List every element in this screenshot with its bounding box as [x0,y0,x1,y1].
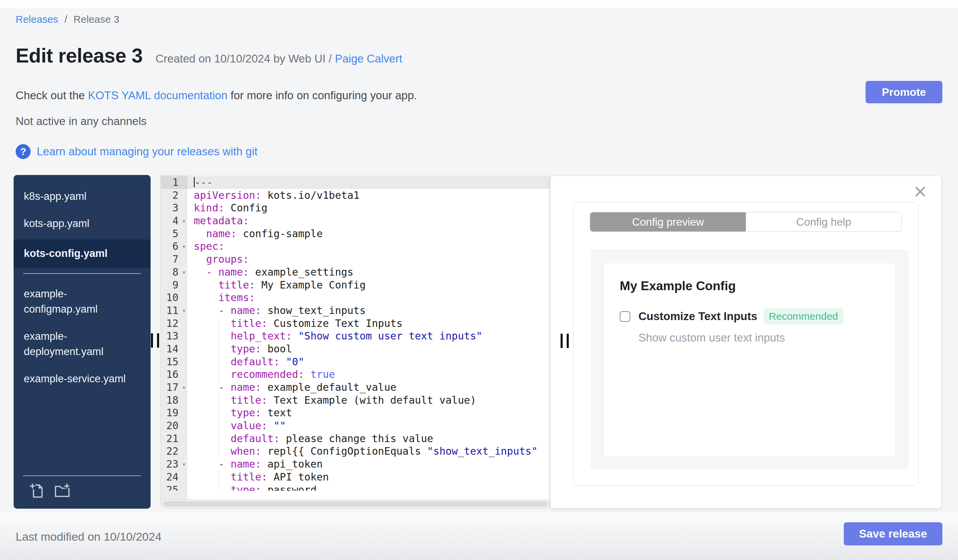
indent-guide [218,445,219,458]
line-number: 7 [161,253,187,266]
editor-line-17[interactable]: 17▾ - name: example_default_value [161,381,550,394]
line-code: --- [187,176,550,189]
promote-button[interactable]: Promote [866,81,942,103]
fold-arrow-icon[interactable]: ▾ [182,458,186,471]
line-code: name: config-sample [187,227,550,240]
line-code: when: repl{{ ConfigOptionEquals "show_te… [187,445,550,458]
editor-line-23[interactable]: 23▾ - name: api_token [161,458,550,471]
tab-config-preview[interactable]: Config preview [590,212,746,231]
editor-line-25[interactable]: 25 type: password [161,484,550,491]
line-code: type: bool [187,343,550,356]
line-number: 12 [161,317,187,330]
file-item-kots-app.yaml[interactable]: kots-app.yaml [14,212,151,235]
close-icon[interactable] [914,185,926,198]
top-strip [0,0,958,8]
editor-line-11[interactable]: 11▾ - name: show_text_inputs [161,304,550,317]
editor-line-21[interactable]: 21 default: please change this value [161,432,550,445]
editor-line-5[interactable]: 5 name: config-sample [161,227,550,240]
preview-viewport: My Example Config Customize Text Inputs … [590,250,909,469]
fold-arrow-icon[interactable]: ▾ [182,381,186,394]
file-item-kots-config.yaml[interactable]: kots-config.yaml [14,240,151,268]
breadcrumb-releases-link[interactable]: Releases [16,14,58,25]
fold-arrow-icon[interactable]: ▾ [182,215,186,228]
file-sidebar: k8s-app.yamlkots-app.yamlkots-config.yam… [14,175,151,509]
breadcrumb: Releases / Release 3 [16,14,119,25]
documentation-line: Check out the KOTS YAML documentation fo… [16,89,417,102]
line-code: spec: [187,240,550,253]
file-item-example-service.yaml[interactable]: example-service.yaml [14,368,151,391]
indent-guide [218,317,219,330]
question-mark-icon: ? [16,144,30,159]
editor-line-24[interactable]: 24 title: API token [161,471,550,484]
fold-arrow-icon[interactable]: ▾ [182,266,186,279]
recommended-badge: Recommended [763,308,844,324]
editor-line-14[interactable]: 14 type: bool [161,343,550,356]
editor-line-16[interactable]: 16 recommended: true [161,368,550,381]
indent-guide [218,419,219,433]
line-number: 2 [161,189,187,202]
save-release-button[interactable]: Save release [844,522,942,546]
tab-config-help[interactable]: Config help [746,212,902,231]
indent-guide [218,329,219,343]
editor-line-10[interactable]: 10 items: [161,291,550,304]
config-item-label: Customize Text Inputs [638,310,757,323]
editor-line-15[interactable]: 15 default: "0" [161,356,550,369]
editor-line-19[interactable]: 19 type: text [161,407,550,419]
fold-arrow-icon[interactable]: ▾ [182,240,186,253]
scrollbar-thumb[interactable] [163,501,548,507]
editor-line-3[interactable]: 3kind: Config [161,201,550,214]
file-item-example-configmap.yaml[interactable]: example-configmap.yaml [14,283,151,321]
file-item-example-deployment.yaml[interactable]: example-deployment.yaml [14,325,151,363]
editor-horizontal-scrollbar[interactable] [161,500,550,508]
indent-guide [218,355,219,369]
git-releases-link[interactable]: Learn about managing your releases with … [37,145,257,158]
kots-yaml-doc-link[interactable]: KOTS YAML documentation [88,89,227,101]
indent-guide [218,432,219,446]
editor-lines: 1---2apiVersion: kots.io/v1beta13kind: C… [161,176,550,491]
editor-line-13[interactable]: 13 help_text: "Show custom user text inp… [161,330,550,343]
line-number: 19 [161,407,187,419]
page-title: Edit release 3 [16,44,143,67]
file-item-k8s-app.yaml[interactable]: k8s-app.yaml [14,185,151,208]
new-file-icon[interactable] [29,482,46,500]
editor-line-18[interactable]: 18 title: Text Example (with default val… [161,394,550,407]
customize-text-inputs-checkbox[interactable] [620,311,630,322]
line-number: 6▾ [161,240,187,253]
line-number: 9 [161,278,187,291]
line-code: apiVersion: kots.io/v1beta1 [187,189,550,202]
doc-text-suffix: for more info on configuring your app. [227,89,417,101]
line-number: 22 [161,445,187,458]
editor-line-9[interactable]: 9 title: My Example Config [161,278,550,291]
yaml-editor[interactable]: 1---2apiVersion: kots.io/v1beta13kind: C… [160,175,550,509]
sidebar-footer [14,475,151,509]
line-code: - name: example_default_value [187,381,550,394]
line-code: default: "0" [187,356,550,369]
fold-arrow-icon[interactable]: ▾ [182,304,186,317]
editor-line-4[interactable]: 4▾metadata: [161,214,550,227]
file-list: k8s-app.yamlkots-app.yamlkots-config.yam… [14,185,151,391]
panel-resize-handle[interactable] [561,334,569,348]
editor-line-12[interactable]: 12 title: Customize Text Inputs [161,317,550,330]
editor-line-22[interactable]: 22 when: repl{{ ConfigOptionEquals "show… [161,445,550,458]
line-number: 18 [161,394,187,407]
created-info: Created on 10/10/2024 by Web UI / Paige … [155,52,402,65]
editor-line-2[interactable]: 2apiVersion: kots.io/v1beta1 [161,189,550,202]
sidebar-resize-handle[interactable] [151,333,159,348]
indent-guide [218,394,219,407]
line-number: 17▾ [161,381,187,394]
footer: Last modified on 10/10/2024 Save release [0,513,958,560]
breadcrumb-separator: / [64,14,67,25]
line-code: title: My Example Config [187,278,550,291]
editor-line-20[interactable]: 20 value: "" [161,419,550,432]
editor-line-7[interactable]: 7 groups: [161,253,550,266]
author-link[interactable]: Paige Calvert [335,52,402,65]
line-code: help_text: "Show custom user text inputs… [187,330,550,343]
new-folder-icon[interactable] [54,482,71,500]
last-modified-text: Last modified on 10/10/2024 [16,530,162,543]
editor-line-8[interactable]: 8▾ - name: example_settings [161,266,550,278]
line-code: - name: example_settings [187,266,550,278]
editor-line-6[interactable]: 6▾spec: [161,240,550,253]
config-item-row: Customize Text Inputs Recommended [620,308,895,324]
line-number: 10 [161,291,187,304]
editor-line-1[interactable]: 1--- [161,176,550,189]
